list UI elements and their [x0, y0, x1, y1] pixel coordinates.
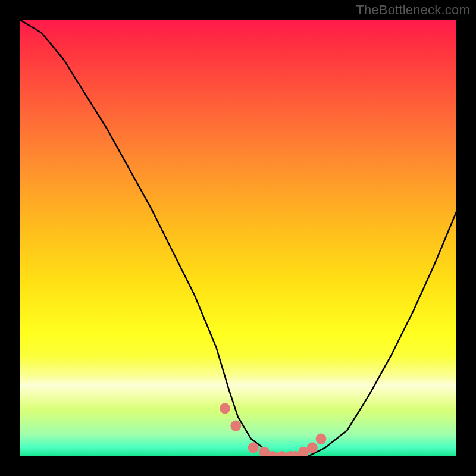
- highlight-point: [307, 442, 318, 453]
- attribution-label: TheBottleneck.com: [356, 2, 470, 18]
- plot-area: [20, 20, 456, 456]
- curve-layer: [20, 20, 456, 456]
- highlight-point: [230, 421, 241, 431]
- highlight-point: [220, 403, 230, 414]
- highlight-point: [248, 442, 259, 453]
- chart-root: TheBottleneck.com: [0, 0, 476, 476]
- bottleneck-curve: [20, 20, 456, 456]
- highlight-point: [316, 434, 327, 444]
